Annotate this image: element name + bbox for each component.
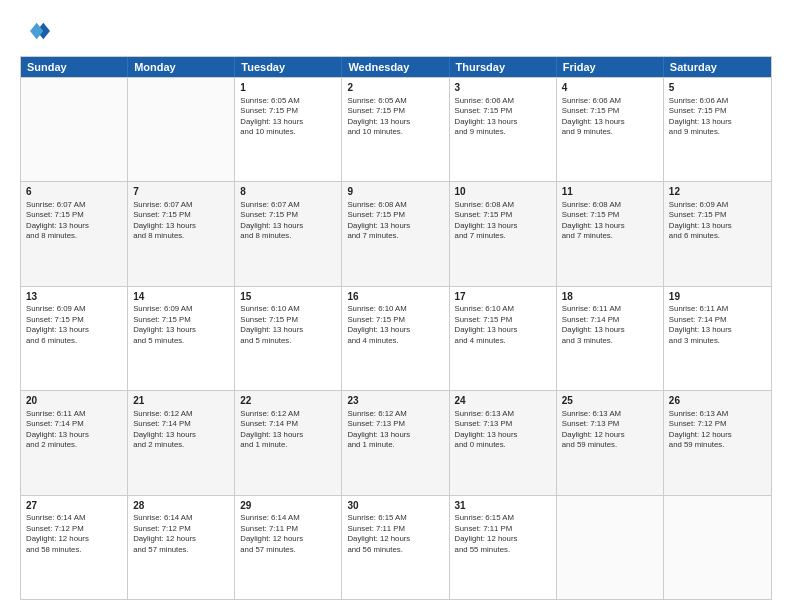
cal-cell-week3-day2: 14Sunrise: 6:09 AM Sunset: 7:15 PM Dayli…	[128, 287, 235, 390]
cal-week-5: 27Sunrise: 6:14 AM Sunset: 7:12 PM Dayli…	[21, 495, 771, 599]
day-info: Sunrise: 6:14 AM Sunset: 7:12 PM Dayligh…	[133, 513, 229, 555]
day-number: 31	[455, 499, 551, 513]
day-number: 11	[562, 185, 658, 199]
cal-cell-week2-day2: 7Sunrise: 6:07 AM Sunset: 7:15 PM Daylig…	[128, 182, 235, 285]
calendar: SundayMondayTuesdayWednesdayThursdayFrid…	[20, 56, 772, 600]
cal-cell-week3-day4: 16Sunrise: 6:10 AM Sunset: 7:15 PM Dayli…	[342, 287, 449, 390]
cal-week-3: 13Sunrise: 6:09 AM Sunset: 7:15 PM Dayli…	[21, 286, 771, 390]
day-number: 5	[669, 81, 766, 95]
day-number: 15	[240, 290, 336, 304]
day-info: Sunrise: 6:06 AM Sunset: 7:15 PM Dayligh…	[669, 96, 766, 138]
day-number: 10	[455, 185, 551, 199]
cal-cell-week1-day2	[128, 78, 235, 181]
day-info: Sunrise: 6:10 AM Sunset: 7:15 PM Dayligh…	[347, 304, 443, 346]
cal-cell-week3-day7: 19Sunrise: 6:11 AM Sunset: 7:14 PM Dayli…	[664, 287, 771, 390]
cal-cell-week1-day5: 3Sunrise: 6:06 AM Sunset: 7:15 PM Daylig…	[450, 78, 557, 181]
day-info: Sunrise: 6:08 AM Sunset: 7:15 PM Dayligh…	[455, 200, 551, 242]
day-number: 4	[562, 81, 658, 95]
cal-header-thursday: Thursday	[450, 57, 557, 77]
cal-cell-week1-day4: 2Sunrise: 6:05 AM Sunset: 7:15 PM Daylig…	[342, 78, 449, 181]
cal-cell-week3-day5: 17Sunrise: 6:10 AM Sunset: 7:15 PM Dayli…	[450, 287, 557, 390]
cal-header-sunday: Sunday	[21, 57, 128, 77]
logo	[20, 16, 54, 46]
day-number: 14	[133, 290, 229, 304]
day-info: Sunrise: 6:13 AM Sunset: 7:13 PM Dayligh…	[562, 409, 658, 451]
cal-week-4: 20Sunrise: 6:11 AM Sunset: 7:14 PM Dayli…	[21, 390, 771, 494]
cal-header-friday: Friday	[557, 57, 664, 77]
cal-header-monday: Monday	[128, 57, 235, 77]
calendar-body: 1Sunrise: 6:05 AM Sunset: 7:15 PM Daylig…	[21, 77, 771, 599]
day-info: Sunrise: 6:08 AM Sunset: 7:15 PM Dayligh…	[562, 200, 658, 242]
day-number: 1	[240, 81, 336, 95]
cal-cell-week5-day5: 31Sunrise: 6:15 AM Sunset: 7:11 PM Dayli…	[450, 496, 557, 599]
cal-cell-week4-day3: 22Sunrise: 6:12 AM Sunset: 7:14 PM Dayli…	[235, 391, 342, 494]
cal-cell-week2-day7: 12Sunrise: 6:09 AM Sunset: 7:15 PM Dayli…	[664, 182, 771, 285]
day-number: 18	[562, 290, 658, 304]
cal-cell-week1-day6: 4Sunrise: 6:06 AM Sunset: 7:15 PM Daylig…	[557, 78, 664, 181]
logo-icon	[20, 16, 50, 46]
cal-cell-week4-day7: 26Sunrise: 6:13 AM Sunset: 7:12 PM Dayli…	[664, 391, 771, 494]
day-number: 9	[347, 185, 443, 199]
day-info: Sunrise: 6:06 AM Sunset: 7:15 PM Dayligh…	[562, 96, 658, 138]
day-info: Sunrise: 6:10 AM Sunset: 7:15 PM Dayligh…	[455, 304, 551, 346]
cal-cell-week1-day1	[21, 78, 128, 181]
day-number: 16	[347, 290, 443, 304]
header	[20, 16, 772, 46]
day-info: Sunrise: 6:13 AM Sunset: 7:13 PM Dayligh…	[455, 409, 551, 451]
day-info: Sunrise: 6:13 AM Sunset: 7:12 PM Dayligh…	[669, 409, 766, 451]
day-number: 12	[669, 185, 766, 199]
day-info: Sunrise: 6:11 AM Sunset: 7:14 PM Dayligh…	[669, 304, 766, 346]
day-number: 28	[133, 499, 229, 513]
day-number: 24	[455, 394, 551, 408]
day-info: Sunrise: 6:12 AM Sunset: 7:13 PM Dayligh…	[347, 409, 443, 451]
cal-cell-week1-day7: 5Sunrise: 6:06 AM Sunset: 7:15 PM Daylig…	[664, 78, 771, 181]
cal-header-tuesday: Tuesday	[235, 57, 342, 77]
day-number: 21	[133, 394, 229, 408]
cal-week-1: 1Sunrise: 6:05 AM Sunset: 7:15 PM Daylig…	[21, 77, 771, 181]
day-info: Sunrise: 6:07 AM Sunset: 7:15 PM Dayligh…	[240, 200, 336, 242]
day-number: 26	[669, 394, 766, 408]
day-number: 2	[347, 81, 443, 95]
day-info: Sunrise: 6:05 AM Sunset: 7:15 PM Dayligh…	[347, 96, 443, 138]
cal-cell-week2-day6: 11Sunrise: 6:08 AM Sunset: 7:15 PM Dayli…	[557, 182, 664, 285]
day-info: Sunrise: 6:15 AM Sunset: 7:11 PM Dayligh…	[455, 513, 551, 555]
day-number: 19	[669, 290, 766, 304]
day-info: Sunrise: 6:05 AM Sunset: 7:15 PM Dayligh…	[240, 96, 336, 138]
day-info: Sunrise: 6:09 AM Sunset: 7:15 PM Dayligh…	[669, 200, 766, 242]
cal-cell-week4-day6: 25Sunrise: 6:13 AM Sunset: 7:13 PM Dayli…	[557, 391, 664, 494]
day-number: 22	[240, 394, 336, 408]
cal-cell-week4-day4: 23Sunrise: 6:12 AM Sunset: 7:13 PM Dayli…	[342, 391, 449, 494]
day-info: Sunrise: 6:06 AM Sunset: 7:15 PM Dayligh…	[455, 96, 551, 138]
cal-cell-week5-day6	[557, 496, 664, 599]
cal-cell-week3-day6: 18Sunrise: 6:11 AM Sunset: 7:14 PM Dayli…	[557, 287, 664, 390]
day-number: 29	[240, 499, 336, 513]
day-number: 17	[455, 290, 551, 304]
day-number: 3	[455, 81, 551, 95]
day-info: Sunrise: 6:14 AM Sunset: 7:11 PM Dayligh…	[240, 513, 336, 555]
day-number: 27	[26, 499, 122, 513]
cal-cell-week4-day5: 24Sunrise: 6:13 AM Sunset: 7:13 PM Dayli…	[450, 391, 557, 494]
day-info: Sunrise: 6:14 AM Sunset: 7:12 PM Dayligh…	[26, 513, 122, 555]
day-number: 13	[26, 290, 122, 304]
day-number: 25	[562, 394, 658, 408]
day-info: Sunrise: 6:08 AM Sunset: 7:15 PM Dayligh…	[347, 200, 443, 242]
calendar-header-row: SundayMondayTuesdayWednesdayThursdayFrid…	[21, 57, 771, 77]
cal-cell-week4-day2: 21Sunrise: 6:12 AM Sunset: 7:14 PM Dayli…	[128, 391, 235, 494]
day-info: Sunrise: 6:07 AM Sunset: 7:15 PM Dayligh…	[26, 200, 122, 242]
cal-cell-week1-day3: 1Sunrise: 6:05 AM Sunset: 7:15 PM Daylig…	[235, 78, 342, 181]
cal-cell-week5-day1: 27Sunrise: 6:14 AM Sunset: 7:12 PM Dayli…	[21, 496, 128, 599]
cal-cell-week3-day1: 13Sunrise: 6:09 AM Sunset: 7:15 PM Dayli…	[21, 287, 128, 390]
cal-cell-week3-day3: 15Sunrise: 6:10 AM Sunset: 7:15 PM Dayli…	[235, 287, 342, 390]
cal-cell-week2-day3: 8Sunrise: 6:07 AM Sunset: 7:15 PM Daylig…	[235, 182, 342, 285]
cal-cell-week2-day5: 10Sunrise: 6:08 AM Sunset: 7:15 PM Dayli…	[450, 182, 557, 285]
day-info: Sunrise: 6:10 AM Sunset: 7:15 PM Dayligh…	[240, 304, 336, 346]
day-number: 8	[240, 185, 336, 199]
cal-cell-week2-day1: 6Sunrise: 6:07 AM Sunset: 7:15 PM Daylig…	[21, 182, 128, 285]
cal-cell-week5-day4: 30Sunrise: 6:15 AM Sunset: 7:11 PM Dayli…	[342, 496, 449, 599]
day-info: Sunrise: 6:11 AM Sunset: 7:14 PM Dayligh…	[26, 409, 122, 451]
cal-header-saturday: Saturday	[664, 57, 771, 77]
day-info: Sunrise: 6:12 AM Sunset: 7:14 PM Dayligh…	[240, 409, 336, 451]
cal-header-wednesday: Wednesday	[342, 57, 449, 77]
day-info: Sunrise: 6:11 AM Sunset: 7:14 PM Dayligh…	[562, 304, 658, 346]
day-number: 7	[133, 185, 229, 199]
